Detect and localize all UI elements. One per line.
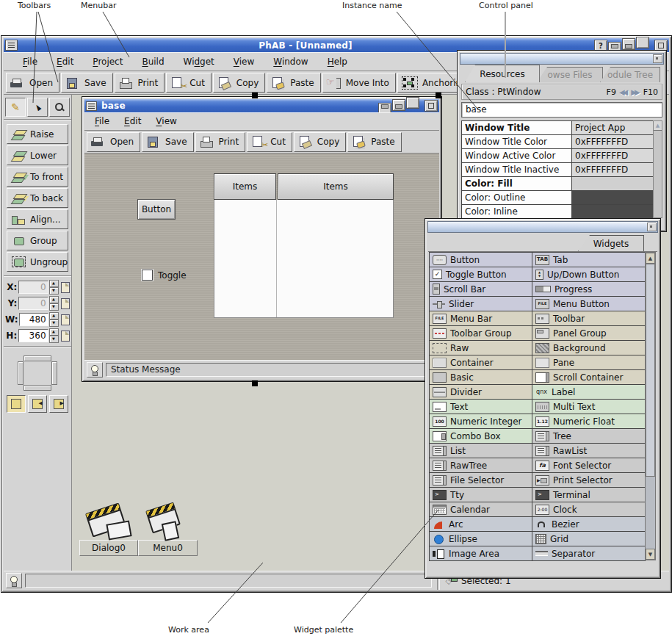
panel-window-button[interactable] — [653, 54, 662, 63]
base-menu-file[interactable]: File — [95, 116, 109, 126]
menu-help[interactable]: Help — [328, 57, 347, 67]
palette-item-text[interactable]: Text — [430, 400, 532, 414]
palette-item-bezier[interactable]: Bezier — [532, 517, 646, 531]
unshade-window-button[interactable] — [392, 99, 405, 111]
tab-odule-tree[interactable]: odule Tree — [600, 67, 660, 82]
palette-item-label[interactable]: Label — [532, 385, 646, 399]
pencil-tool-button[interactable]: ✎ — [5, 98, 26, 117]
palette-item-file-selector[interactable]: File Selector — [430, 473, 532, 487]
palette-titlebar[interactable] — [427, 221, 658, 233]
to-front-button[interactable]: To front — [7, 167, 68, 187]
resource-value[interactable]: 0xFFFFFFFD — [572, 135, 654, 148]
menu-file[interactable]: File — [23, 57, 37, 67]
group-button[interactable]: Group — [7, 231, 68, 250]
resource-value[interactable]: 0xFFFFFFFD — [572, 163, 654, 176]
resource-color-swatch[interactable] — [572, 205, 654, 218]
anchor-top[interactable] — [24, 355, 51, 361]
tab-owse-files[interactable]: owse Files — [537, 67, 603, 82]
print-button[interactable]: Print — [115, 73, 165, 93]
resize-handle[interactable] — [252, 380, 258, 386]
palette-item-numeric-float[interactable]: Numeric Float — [532, 414, 646, 428]
tree-column-header[interactable]: Items — [214, 173, 276, 200]
blank-window-button[interactable] — [406, 97, 419, 109]
palette-item-background[interactable]: Background — [532, 341, 646, 355]
palette-item-tree[interactable]: Tree — [532, 429, 646, 443]
palette-item-terminal[interactable]: Terminal — [532, 488, 646, 502]
designed-toggle-button[interactable]: Toggle — [142, 270, 187, 281]
lower-button[interactable]: Lower — [7, 145, 68, 165]
scroll-up-icon[interactable]: ▲ — [646, 253, 655, 264]
palette-item-basic[interactable]: Basic — [430, 370, 532, 384]
base-print-button[interactable]: Print — [195, 132, 246, 152]
base-design-canvas[interactable]: Button Items Items Toggle — [84, 154, 439, 361]
resource-row[interactable]: Window Title Inactive0xFFFFFFFD — [462, 163, 654, 177]
resize-handle[interactable] — [252, 93, 258, 98]
menu-view[interactable]: View — [234, 57, 254, 67]
base-titlebar[interactable]: base — [84, 99, 439, 112]
h-spin-down-icon[interactable]: ▼ — [49, 336, 59, 343]
palette-item-numeric-integer[interactable]: Numeric Integer — [430, 414, 532, 428]
to-back-button[interactable]: To back — [7, 188, 68, 208]
resource-row[interactable]: Color: Fill — [462, 177, 654, 191]
w-lock-icon[interactable] — [61, 314, 70, 325]
palette-item-pane[interactable]: Pane — [532, 355, 646, 369]
palette-item-separator[interactable]: Separator — [532, 546, 646, 560]
designed-push-button[interactable]: Button — [137, 199, 176, 220]
x-spin-up-icon[interactable]: ▲ — [49, 280, 59, 287]
palette-item-container[interactable]: Container — [430, 355, 532, 369]
menu-widget[interactable]: Widget — [184, 57, 214, 67]
y-lock-icon[interactable] — [61, 298, 70, 309]
anchor-left[interactable] — [18, 361, 24, 385]
palette-item-scroll-container[interactable]: Scroll Container — [532, 370, 646, 384]
tab-widgets[interactable]: Widgets — [578, 235, 644, 251]
module-label-menu0[interactable]: Menu0 — [138, 540, 198, 556]
palette-item-font-selector[interactable]: Font Selector — [532, 458, 646, 472]
resource-row[interactable]: Color: Outline — [462, 191, 654, 205]
resource-row[interactable]: Window Active Color0xFFFFFFFD — [462, 149, 654, 163]
palette-item-divider[interactable]: Divider — [430, 385, 532, 399]
h-value-input[interactable]: 360 — [18, 329, 48, 342]
menu-window[interactable]: Window — [273, 57, 308, 67]
palette-item-tty[interactable]: Tty — [430, 488, 532, 502]
palette-item-multi-text[interactable]: Multi Text — [532, 400, 646, 414]
base-cut-button[interactable]: Cut — [247, 132, 292, 152]
palette-item-slider[interactable]: Slider — [430, 297, 532, 311]
base-paste-button[interactable]: Paste — [347, 132, 401, 152]
module-label-dialog0[interactable]: Dialog0 — [79, 540, 138, 556]
resource-color-swatch[interactable] — [572, 191, 654, 204]
palette-item-print-selector[interactable]: Print Selector — [532, 473, 646, 487]
palette-item-panel-group[interactable]: Panel Group — [532, 326, 646, 340]
palette-item-list[interactable]: List — [430, 444, 532, 458]
base-menu-view[interactable]: View — [156, 116, 176, 126]
palette-item-calendar[interactable]: Calendar — [430, 502, 532, 516]
palette-item-arc[interactable]: Arc — [430, 517, 532, 531]
open-button[interactable]: Open — [6, 73, 59, 93]
w-spin-up-icon[interactable]: ▲ — [49, 312, 59, 320]
resource-row[interactable]: Color: Inline — [462, 205, 654, 219]
save-button[interactable]: Save — [61, 73, 112, 93]
palette-item-menu-bar[interactable]: Menu Bar — [430, 311, 532, 325]
h-spin-up-icon[interactable]: ▲ — [49, 328, 59, 336]
menu-project[interactable]: Project — [93, 57, 123, 67]
base-copy-button[interactable]: Copy — [294, 132, 346, 152]
palette-item-image-area[interactable]: Image Area — [430, 546, 532, 560]
align-button[interactable]: Align... — [7, 209, 68, 229]
base-save-button[interactable]: Save — [142, 132, 193, 152]
magnifier-tool-button[interactable] — [49, 98, 70, 117]
palette-item-progress[interactable]: Progress — [532, 282, 646, 296]
w-spin-down-icon[interactable]: ▼ — [49, 320, 59, 327]
designed-tree-widget[interactable]: Items Items — [214, 173, 394, 319]
h-lock-icon[interactable] — [61, 331, 70, 342]
palette-window-button[interactable] — [647, 223, 657, 231]
x-lock-icon[interactable] — [61, 282, 70, 293]
palette-item-tab[interactable]: Tab — [532, 253, 646, 267]
pointer-tool-button[interactable]: ► — [27, 98, 48, 117]
close-window-button[interactable] — [424, 100, 438, 112]
palette-item-toolbar-group[interactable]: Toolbar Group — [430, 326, 532, 340]
palette-item-menu-button[interactable]: Menu Button — [532, 297, 646, 311]
palette-item-scroll-bar[interactable]: Scroll Bar — [430, 282, 532, 296]
base-window-menu-icon[interactable] — [86, 101, 97, 111]
base-open-button[interactable]: Open — [87, 132, 140, 152]
anchoring-diagram[interactable] — [18, 355, 57, 391]
palette-item-rawlist[interactable]: RawList — [532, 444, 646, 458]
